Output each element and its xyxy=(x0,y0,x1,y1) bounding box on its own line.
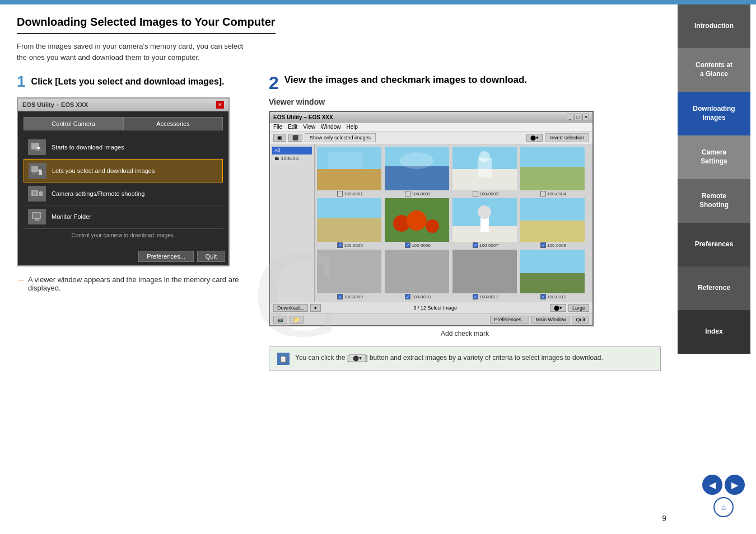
footer-pref-btn[interactable]: Preferences... xyxy=(490,316,529,324)
info-box: 📋 You can click the [⬤▾] button and extr… xyxy=(269,346,661,371)
thumb-2[interactable]: 100-0002 xyxy=(385,147,451,196)
expand-btn[interactable]: ▾ xyxy=(310,304,321,312)
step2-column: 2 View the images and checkmark images t… xyxy=(269,74,661,371)
toolbar-btn2[interactable]: ⬛ xyxy=(288,134,302,142)
sidebar-btn-contents[interactable]: Contents ata Glance xyxy=(678,48,750,92)
svg-rect-26 xyxy=(520,167,585,190)
step1-note-text: A viewer window appears and the images i… xyxy=(28,275,252,292)
svg-rect-5 xyxy=(32,172,36,174)
menu-help[interactable]: Help xyxy=(346,124,358,130)
menu-window[interactable]: Window xyxy=(321,124,341,130)
thumb-pic-11 xyxy=(452,250,517,293)
thumb-pic-7 xyxy=(452,198,517,242)
checkbox-12[interactable]: ✓ xyxy=(540,294,546,299)
svg-rect-42 xyxy=(520,250,585,273)
svg-rect-41 xyxy=(452,250,517,293)
sidebar-btn-downloading[interactable]: DownloadingImages xyxy=(678,92,750,135)
tab-buttons: Control Camera Accessories xyxy=(24,117,223,130)
svg-rect-6 xyxy=(39,171,42,175)
checkbox-10[interactable]: ✓ xyxy=(405,294,410,299)
nav-row: ◀ ▶ xyxy=(702,475,745,495)
thumb-label-4: 100-0004 xyxy=(520,191,586,196)
thumb-7[interactable]: ✓ 100-0007 xyxy=(452,198,519,248)
checkbox-8[interactable]: ✓ xyxy=(540,242,546,248)
svg-rect-28 xyxy=(317,218,381,242)
viewer-icon-btn2[interactable]: 📁 xyxy=(290,316,304,324)
sidebar-btn-introduction[interactable]: Introduction xyxy=(678,4,750,48)
checkbox-11[interactable]: ✓ xyxy=(473,294,478,299)
svg-rect-16 xyxy=(317,169,381,190)
svg-rect-39 xyxy=(317,250,381,293)
thumb-9[interactable]: ✓ 100-0009 xyxy=(317,250,383,299)
thumb-label-11: ✓ 100-0011 xyxy=(452,294,519,299)
viewer-close-btn[interactable]: ✕ xyxy=(582,114,589,120)
nav-home-button[interactable]: ⌂ xyxy=(713,497,734,517)
checkbox-4[interactable] xyxy=(540,191,546,196)
quit-button[interactable]: Quit xyxy=(197,251,225,262)
toolbar-btn1[interactable]: ▣ xyxy=(273,134,286,142)
thumb-5[interactable]: ✓ 100-0005 xyxy=(317,198,383,248)
viewer-minimize-btn[interactable]: _ xyxy=(567,114,573,120)
menu-item-monitor[interactable]: Monitor Folder xyxy=(24,205,223,228)
menu-item-camera-settings[interactable]: Camera settings/Remote shooting xyxy=(24,182,223,205)
thumb-10[interactable]: ✓ 100-0010 xyxy=(385,250,451,299)
checkbox-1[interactable] xyxy=(337,191,343,196)
checkbox-3[interactable] xyxy=(473,191,478,196)
footer-quit-btn[interactable]: Quit xyxy=(572,316,589,324)
show-selected-button[interactable]: Show only selected images xyxy=(305,133,376,142)
page-title: Downloading Selected Images to Your Comp… xyxy=(17,16,276,34)
folder-all[interactable]: All xyxy=(272,147,312,154)
page-subtitle: From the images saved in your camera's m… xyxy=(17,41,661,63)
thumb-pic-1 xyxy=(317,147,381,190)
checkbox-2[interactable] xyxy=(405,191,410,196)
svg-rect-38 xyxy=(520,221,585,242)
sidebar-btn-remote[interactable]: RemoteShooting xyxy=(678,179,750,223)
svg-rect-25 xyxy=(520,147,585,167)
page-number: 9 xyxy=(662,514,666,523)
download-btn[interactable]: Download... xyxy=(273,304,308,312)
nav-prev-button[interactable]: ◀ xyxy=(702,475,722,495)
folder-100eos[interactable]: 🖿 100E0S xyxy=(272,154,312,162)
sidebar-btn-preferences[interactable]: Preferences xyxy=(678,223,750,266)
checkbox-7[interactable]: ✓ xyxy=(473,242,478,248)
tab-control-camera[interactable]: Control Camera xyxy=(24,117,123,130)
menu-edit[interactable]: Edit xyxy=(288,124,297,130)
step2-title: View the images and checkmark images to … xyxy=(284,74,527,86)
checkbox-9[interactable]: ✓ xyxy=(337,294,343,299)
menu-item-download[interactable]: Starts to download images xyxy=(24,136,223,159)
thumb-6[interactable]: ✓ 100-0006 xyxy=(385,198,451,248)
svg-rect-19 xyxy=(385,166,449,190)
thumb-label-6: ✓ 100-0006 xyxy=(385,242,451,248)
viewer-menubar: File Edit View Window Help xyxy=(270,123,592,132)
checkbox-6[interactable]: ✓ xyxy=(405,242,410,248)
size-btn[interactable]: ⬤▾ xyxy=(550,304,566,312)
thumb-pic-3 xyxy=(452,147,517,190)
nav-next-button[interactable]: ▶ xyxy=(725,475,745,495)
large-btn[interactable]: Large xyxy=(568,304,589,312)
thumb-8[interactable]: ✓ 100-0008 xyxy=(520,198,586,248)
menu-item-select-download[interactable]: Lets you select and download images xyxy=(24,159,223,182)
sidebar-btn-index[interactable]: Index xyxy=(678,310,750,354)
thumb-1[interactable]: 100-0001 xyxy=(317,147,383,196)
viewer-icon-btn1[interactable]: 📷 xyxy=(273,316,287,324)
sidebar-btn-reference[interactable]: Reference xyxy=(678,266,750,310)
window-close-button[interactable]: ✕ xyxy=(216,101,224,109)
menu-view[interactable]: View xyxy=(303,124,315,130)
thumb-11[interactable]: ✓ 100-0011 xyxy=(452,250,519,299)
tab-accessories[interactable]: Accessories xyxy=(123,117,223,130)
menu-file[interactable]: File xyxy=(273,124,282,130)
step1-note: → A viewer window appears and the images… xyxy=(17,275,252,292)
thumb-4[interactable]: 100-0004 xyxy=(520,147,586,196)
thumb-3[interactable]: 100-0003 xyxy=(452,147,519,196)
checkbox-5[interactable]: ✓ xyxy=(337,242,343,248)
thumb-pic-2 xyxy=(385,147,449,190)
preferences-button[interactable]: Preferences... xyxy=(138,251,193,262)
sidebar-btn-camera[interactable]: CameraSettings xyxy=(678,135,750,179)
footer-mainwin-btn[interactable]: Main Window xyxy=(531,316,570,324)
invert-selection-button[interactable]: Invert selection xyxy=(545,133,589,142)
viewer-maximize-btn[interactable]: □ xyxy=(575,114,581,120)
menu-item-camera-text: Camera settings/Remote shooting xyxy=(52,190,144,197)
thumb-12[interactable]: ✓ 100-0012 xyxy=(520,250,586,299)
extract-button[interactable]: ⬤▾ xyxy=(526,134,543,142)
viewer-toolbar: ▣ ⬛ Show only selected images ⬤▾ Invert … xyxy=(270,132,592,144)
